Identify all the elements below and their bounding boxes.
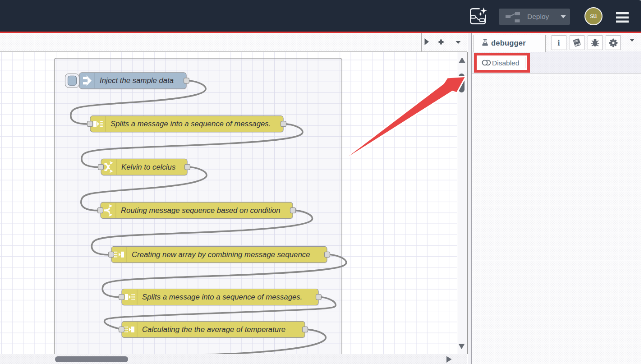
svg-text:Creating new array by combinin: Creating new array by combining message …: [132, 250, 310, 259]
svg-text:Deploy: Deploy: [527, 13, 549, 20]
svg-text:Splits a message into a sequen: Splits a message into a sequence of mess…: [142, 293, 302, 301]
svg-text:Kelvin to celcius: Kelvin to celcius: [121, 163, 176, 171]
svg-text:Calculating the the average of: Calculating the the average of temperatu…: [142, 325, 285, 334]
svg-text:Routing message sequence based: Routing message sequence based on condit…: [121, 206, 281, 215]
svg-text:Inject the sample data: Inject the sample data: [100, 76, 174, 85]
svg-text:Splits a message into a sequen: Splits a message into a sequence of mess…: [110, 120, 271, 128]
